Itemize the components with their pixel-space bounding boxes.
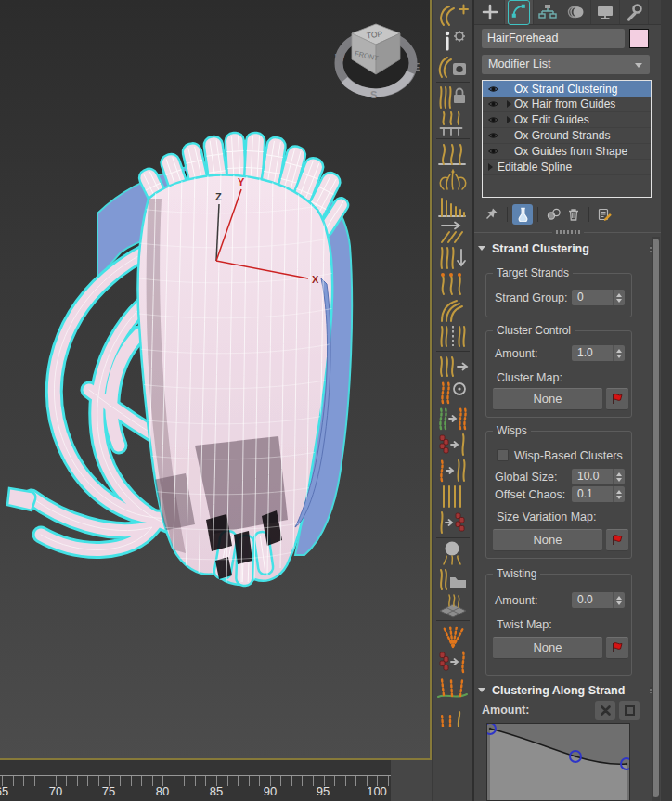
- modifier-label: Ox Hair from Guides: [514, 97, 615, 110]
- arc-strands-icon[interactable]: [434, 297, 472, 323]
- viewcube-west-label[interactable]: W: [335, 52, 345, 63]
- add-hair-icon[interactable]: [434, 2, 472, 28]
- unbraid-strand-icon[interactable]: [434, 432, 472, 458]
- maximize-curve-button[interactable]: [619, 701, 640, 720]
- curl-strands-dots-icon[interactable]: [434, 271, 472, 297]
- expand-arrow-icon[interactable]: [507, 100, 511, 108]
- track-bar[interactable]: 65 70 75 80 85 90 95 100: [0, 760, 432, 801]
- hair-object[interactable]: Y X Z: [0, 0, 430, 758]
- braid-guides-icon[interactable]: [434, 167, 472, 193]
- tab-display[interactable]: [591, 0, 620, 24]
- motion-icon: [566, 2, 587, 22]
- strands-down-arrow-icon[interactable]: [434, 245, 472, 271]
- panel-splitter[interactable]: [474, 228, 662, 236]
- panel-scrollbar[interactable]: [652, 237, 660, 801]
- expand-arrow-icon[interactable]: [507, 116, 511, 123]
- straight-strands-icon[interactable]: [434, 484, 472, 510]
- clipped-tool-icon[interactable]: [434, 701, 472, 727]
- twist-map-button[interactable]: None: [493, 637, 602, 659]
- hair-info-settings-icon[interactable]: [434, 28, 472, 54]
- group-title: Twisting: [493, 567, 540, 580]
- stack-row-ox-strand-clustering[interactable]: Ox Strand Clustering: [483, 81, 651, 97]
- pin-stack-button[interactable]: [482, 204, 502, 225]
- scrollbar-thumb[interactable]: [653, 239, 659, 797]
- eye-icon[interactable]: [483, 115, 503, 124]
- guides-to-hair-icon[interactable]: [434, 458, 472, 484]
- tab-utilities[interactable]: [620, 0, 649, 24]
- lock-strands-icon[interactable]: [434, 84, 472, 110]
- strands-to-braid-icon[interactable]: [434, 510, 472, 536]
- global-size-spinner[interactable]: 10.0: [572, 469, 625, 484]
- spinner-arrows[interactable]: [613, 486, 625, 502]
- spinner-arrows[interactable]: [613, 592, 625, 608]
- eye-icon[interactable]: [483, 84, 503, 94]
- spinner-arrows[interactable]: [613, 345, 625, 361]
- viewcube-south-label[interactable]: S: [370, 89, 377, 100]
- eye-icon[interactable]: [483, 131, 503, 140]
- viewcube-east-label[interactable]: E: [413, 61, 420, 72]
- clustering-curve-editor[interactable]: [486, 723, 630, 801]
- strand-group-label: Strand Group:: [495, 291, 568, 304]
- stack-row-ox-ground-strands[interactable]: Ox Ground Strands: [483, 128, 651, 144]
- eye-icon[interactable]: [483, 99, 503, 109]
- configure-modifier-sets-button[interactable]: [594, 204, 614, 225]
- tab-motion[interactable]: [562, 0, 591, 24]
- ground-strands-icon[interactable]: [434, 110, 472, 136]
- stack-row-ox-edit-guides[interactable]: Ox Edit Guides: [483, 112, 651, 128]
- modifier-label: Editable Spline: [498, 161, 572, 174]
- mirror-strands-icon[interactable]: [434, 323, 472, 349]
- hair-preset-folder-icon[interactable]: [434, 566, 472, 592]
- eye-icon[interactable]: [483, 147, 503, 156]
- rollout-strand-clustering[interactable]: Strand Clustering: [478, 239, 658, 257]
- stack-row-editable-spline[interactable]: Editable Spline: [483, 160, 651, 175]
- rollout-clustering-along-strand[interactable]: Clustering Along Strand: [478, 681, 658, 699]
- cluster-map-button[interactable]: None: [493, 388, 602, 410]
- offset-chaos-spinner[interactable]: 0.1: [572, 486, 625, 502]
- surface-strands-icon[interactable]: [434, 141, 472, 167]
- size-variation-map-enable-toggle[interactable]: [606, 529, 628, 551]
- trash-icon: [566, 207, 581, 222]
- curve-amount-label: Amount:: [482, 704, 529, 717]
- strand-length-icon[interactable]: [434, 193, 472, 219]
- stack-row-ox-hair-from-guides[interactable]: Ox Hair from Guides: [483, 97, 651, 112]
- guides-on-curve-icon[interactable]: [434, 675, 472, 701]
- tab-create[interactable]: [476, 0, 505, 24]
- collapse-arrow-icon: [478, 246, 485, 251]
- show-end-result-button[interactable]: [512, 204, 533, 225]
- strand-group-spinner[interactable]: 0: [572, 290, 625, 305]
- object-name-field[interactable]: HairForehead: [482, 29, 625, 48]
- tab-hierarchy[interactable]: [534, 0, 562, 24]
- render-hair-icon[interactable]: [434, 54, 472, 80]
- frame-label: 70: [49, 784, 62, 798]
- remove-modifier-button[interactable]: [563, 204, 584, 225]
- modifier-list-dropdown[interactable]: Modifier List: [482, 55, 650, 74]
- spinner-arrows[interactable]: [613, 469, 625, 484]
- wisp-based-clusters-checkbox[interactable]: [497, 449, 509, 461]
- propagate-strands-icon[interactable]: [434, 354, 472, 380]
- guide-fan-icon[interactable]: [434, 623, 472, 649]
- guides-target-icon[interactable]: [434, 380, 472, 406]
- hairball-icon[interactable]: [434, 540, 472, 566]
- expand-arrow-icon[interactable]: [488, 163, 493, 171]
- cluster-map-enable-toggle[interactable]: [606, 388, 628, 410]
- transfer-guides-icon[interactable]: [434, 406, 472, 432]
- global-size-label: Global Size:: [495, 471, 557, 484]
- delete-curve-point-button[interactable]: [595, 701, 615, 720]
- size-variation-map-button[interactable]: None: [493, 529, 602, 551]
- gizmo-z-label: Z: [215, 191, 222, 202]
- make-unique-button[interactable]: [543, 204, 563, 225]
- viewport-3d[interactable]: Y X Z W S E TOP FRONT: [0, 0, 432, 760]
- object-color-swatch[interactable]: [629, 29, 649, 48]
- braid-to-guides-icon[interactable]: [434, 649, 472, 675]
- spinner-arrows[interactable]: [613, 290, 625, 305]
- tab-modify[interactable]: [505, 0, 534, 24]
- amount-label: Amount:: [495, 347, 538, 360]
- cluster-amount-spinner[interactable]: 1.0: [572, 345, 625, 361]
- stack-row-ox-guides-from-shape[interactable]: Ox Guides from Shape: [483, 144, 651, 160]
- rollout-title: Clustering Along Strand: [492, 684, 625, 697]
- comb-arrow-icon[interactable]: [434, 219, 472, 245]
- bake-hair-mesh-icon[interactable]: [434, 592, 472, 618]
- twist-map-enable-toggle[interactable]: [606, 637, 628, 659]
- twist-amount-spinner[interactable]: 0.0: [572, 592, 625, 608]
- viewcube[interactable]: W S E TOP FRONT: [330, 17, 422, 102]
